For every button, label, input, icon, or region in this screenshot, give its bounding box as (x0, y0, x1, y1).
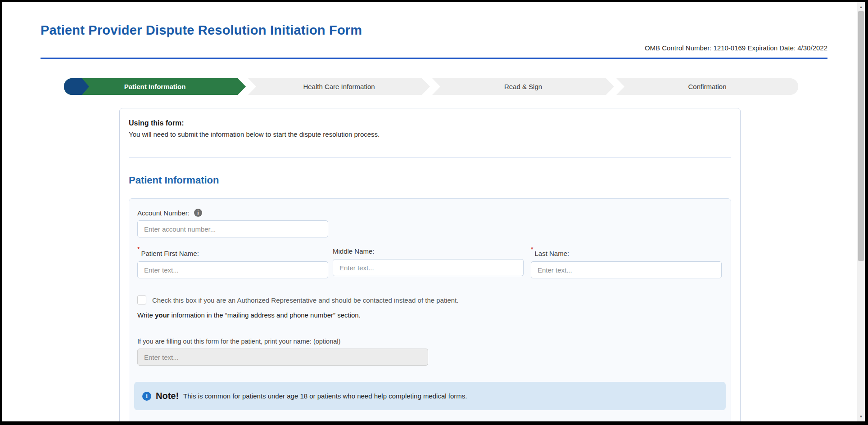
note-text: This is common for patients under age 18… (183, 392, 467, 400)
authorized-representative-label: Check this box if you are an Authorized … (152, 296, 458, 304)
step-health-care-information[interactable]: Health Care Information (248, 78, 430, 95)
authorized-representative-row: Check this box if you are an Authorized … (137, 295, 723, 304)
middle-name-label: Middle Name: (333, 247, 375, 255)
stepper: Patient Information Health Care Informat… (64, 78, 800, 95)
intro-heading: Using this form: (129, 119, 731, 127)
section-title-patient-information: Patient Information (129, 174, 731, 186)
account-number-label-row: Account Number: i (137, 209, 723, 217)
last-name-label-row: *Last Name: (531, 247, 722, 258)
step-label: Health Care Information (303, 83, 375, 90)
account-number-label: Account Number: (137, 209, 190, 217)
name-fields-row: *Patient First Name: Middle Name: *Last … (137, 247, 723, 278)
first-name-label: Patient First Name: (141, 250, 199, 257)
scroll-up-icon[interactable]: ▲ (857, 3, 865, 11)
middle-name-label-row: Middle Name: (333, 247, 524, 255)
authorized-representative-checkbox[interactable] (137, 295, 146, 304)
first-name-label-row: *Patient First Name: (137, 247, 328, 258)
required-asterisk: * (531, 246, 533, 253)
patient-information-panel: Account Number: i *Patient First Name: M… (129, 198, 731, 425)
last-name-input[interactable] (531, 261, 722, 278)
form-card: Using this form: You will need to submit… (119, 108, 741, 425)
first-name-input[interactable] (137, 261, 328, 278)
account-number-input[interactable] (137, 220, 328, 237)
scroll-down-icon[interactable]: ▼ (857, 413, 865, 421)
omb-control-text: OMB Control Number: 1210-0169 Expiration… (41, 44, 827, 52)
info-icon: i (142, 392, 151, 401)
filler-name-label: If you are filling out this form for the… (137, 338, 723, 345)
last-name-label: Last Name: (534, 250, 569, 257)
page-title: Patient Provider Dispute Resolution Init… (41, 23, 827, 38)
info-icon[interactable]: i (194, 209, 202, 217)
last-name-field: *Last Name: (531, 247, 722, 278)
authorized-representative-note: Write your information in the “mailing a… (137, 311, 723, 319)
rep-note-suffix: information in the “mailing address and … (169, 311, 360, 319)
header-divider (41, 58, 827, 59)
filler-name-input[interactable] (137, 349, 428, 366)
intro-body: You will need to submit the information … (129, 130, 731, 138)
first-name-field: *Patient First Name: (137, 247, 328, 278)
card-divider (129, 157, 731, 157)
main-content: Patient Provider Dispute Resolution Init… (41, 2, 827, 425)
note-title: Note! (156, 391, 179, 401)
step-confirmation[interactable]: Confirmation (616, 78, 798, 95)
rep-note-prefix: Write (137, 311, 155, 319)
scrollbar-thumb[interactable] (858, 11, 864, 261)
required-asterisk: * (137, 246, 140, 253)
middle-name-input[interactable] (333, 259, 524, 276)
step-label: Read & Sign (504, 83, 542, 90)
step-read-and-sign[interactable]: Read & Sign (432, 78, 614, 95)
step-label: Confirmation (688, 83, 726, 90)
page: { "header": { "title": "Patient Provider… (0, 0, 868, 425)
step-label: Patient Information (124, 83, 186, 90)
scrollbar[interactable]: ▲ ▼ (857, 2, 865, 421)
middle-name-field: Middle Name: (333, 247, 524, 278)
rep-note-bold: your (155, 311, 170, 319)
note-box: i Note! This is common for patients unde… (134, 382, 726, 410)
step-patient-information[interactable]: Patient Information (64, 78, 246, 95)
